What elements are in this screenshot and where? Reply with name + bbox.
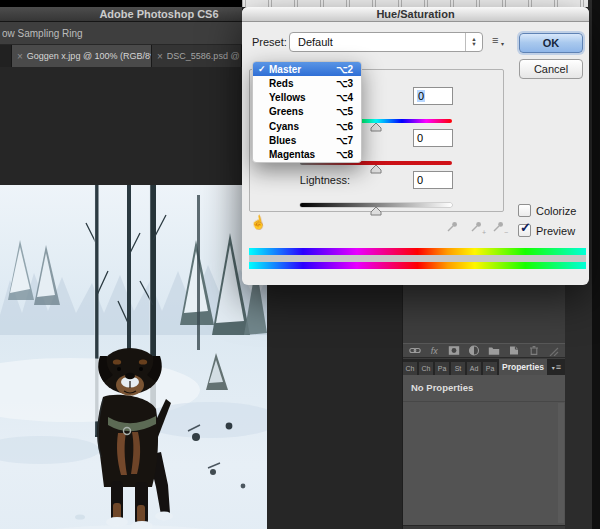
- menu-item-greens[interactable]: Greens ⌥5: [253, 105, 361, 119]
- link-layers-icon[interactable]: [408, 345, 421, 357]
- panel-tab-styles[interactable]: St: [451, 362, 465, 375]
- cancel-button[interactable]: Cancel: [519, 59, 583, 79]
- document-tab-label: DSC_5586.psd @ 2: [167, 51, 242, 61]
- menu-item-blues[interactable]: Blues ⌥7: [253, 133, 361, 147]
- tab-bar-lead: [0, 45, 12, 67]
- menu-item-cyans[interactable]: Cyans ⌥6: [253, 119, 361, 133]
- properties-panel-body: No Properties: [403, 375, 565, 525]
- panel-tab-properties[interactable]: Properties: [499, 359, 547, 375]
- spectrum-bar-gap: [249, 255, 586, 262]
- close-icon[interactable]: ×: [17, 51, 23, 62]
- lightness-input[interactable]: 0: [413, 171, 453, 189]
- saturation-slider-thumb[interactable]: [370, 160, 382, 170]
- preset-label: Preset:: [252, 36, 287, 48]
- layers-panel-empty-area: [403, 285, 565, 343]
- menu-item-reds[interactable]: Reds ⌥3: [253, 76, 361, 90]
- panel-resize-grip-icon[interactable]: [547, 345, 560, 357]
- menu-item-magentas[interactable]: Magentas ⌥8: [253, 148, 361, 162]
- document-tab-bar: × Goggen x.jpg @ 100% (RGB/8*) × DSC_558…: [0, 45, 242, 67]
- colorize-checkbox[interactable]: [518, 204, 531, 217]
- eyedropper-minus-icon[interactable]: −: [492, 219, 508, 234]
- targeted-adjustment-hand-icon[interactable]: ☝: [249, 213, 268, 231]
- eyedropper-icon[interactable]: [446, 219, 462, 234]
- menu-item-yellows[interactable]: Yellows ⌥4: [253, 91, 361, 105]
- document-tab-dsc5586[interactable]: × DSC_5586.psd @ 2: [152, 45, 242, 67]
- winter-dog-photo: [0, 185, 267, 529]
- adjustment-layer-icon[interactable]: [468, 345, 481, 357]
- preview-label: Preview: [536, 225, 575, 237]
- menu-item-master[interactable]: ✓ Master ⌥2: [253, 62, 361, 76]
- saturation-input[interactable]: 0: [413, 129, 453, 147]
- spectrum-bar-result: [249, 262, 586, 269]
- lightness-label: Lightness:: [270, 174, 350, 186]
- layer-mask-icon[interactable]: [448, 345, 461, 357]
- spectrum-bar-source: [249, 248, 586, 255]
- document-canvas-photo[interactable]: [0, 185, 267, 529]
- right-panel-column: fx Ch Ch Pa St Ad: [402, 285, 565, 529]
- panel-bottom-bar: [403, 525, 565, 529]
- app-title-bar[interactable]: Adobe Photoshop CS6: [0, 7, 242, 22]
- lightness-slider-thumb[interactable]: [370, 202, 382, 212]
- preset-selected-value: Default: [298, 36, 333, 48]
- panel-tab-character[interactable]: Ch: [419, 362, 433, 375]
- new-group-folder-icon[interactable]: [487, 345, 500, 357]
- tool-options-bar: ow Sampling Ring: [0, 22, 242, 45]
- channel-dropdown-menu: ✓ Master ⌥2 Reds ⌥3 Yellows ⌥4 Greens ⌥5…: [252, 61, 362, 163]
- check-icon: ✓: [520, 220, 531, 235]
- panel-tab-paragraph[interactable]: Pa: [483, 362, 497, 375]
- photoshop-screen: Adobe Photoshop CS6 ow Sampling Ring × G…: [0, 0, 600, 529]
- panel-divider: [403, 401, 565, 402]
- preview-checkbox-row: ✓ Preview: [518, 224, 575, 237]
- ok-button[interactable]: OK: [519, 33, 583, 53]
- panel-scrollbar[interactable]: [558, 403, 564, 523]
- close-icon[interactable]: ×: [157, 51, 163, 62]
- colorize-checkbox-row: Colorize: [518, 204, 576, 217]
- dialog-title: Hue/Saturation: [376, 8, 454, 20]
- layer-style-fx-icon[interactable]: fx: [428, 345, 441, 357]
- app-title: Adobe Photoshop CS6: [99, 8, 218, 20]
- dialog-title-bar[interactable]: Hue/Saturation: [242, 7, 589, 22]
- preset-select[interactable]: Default ▲ ▼: [289, 32, 483, 52]
- panel-tab-strip: Ch Ch Pa St Ad Pa Properties ▾ ≡: [403, 359, 565, 375]
- hue-input[interactable]: 0: [413, 87, 453, 105]
- document-tab-goggen[interactable]: × Goggen x.jpg @ 100% (RGB/8*): [12, 45, 152, 67]
- delete-layer-trash-icon[interactable]: [527, 345, 540, 357]
- stepper-icon: ▲ ▼: [465, 33, 482, 51]
- panel-tab-adjustments[interactable]: Ad: [467, 362, 481, 375]
- lightness-slider[interactable]: [300, 203, 452, 207]
- panel-tab-channels[interactable]: Ch: [403, 362, 417, 375]
- layers-panel-footer: fx: [403, 343, 565, 358]
- window-top-edge: [0, 0, 242, 7]
- document-tab-label: Goggen x.jpg @ 100% (RGB/8*): [27, 51, 152, 61]
- preset-options-icon[interactable]: ≡ ▾: [492, 36, 510, 50]
- new-layer-icon[interactable]: [507, 345, 520, 357]
- properties-status-text: No Properties: [411, 382, 473, 393]
- hue-slider-thumb[interactable]: [370, 118, 382, 128]
- colorize-label: Colorize: [536, 205, 576, 217]
- ruler-strip: [242, 0, 588, 7]
- check-icon: ✓: [258, 64, 269, 74]
- eyedropper-plus-icon[interactable]: +: [470, 219, 486, 234]
- preview-checkbox[interactable]: ✓: [518, 224, 531, 237]
- options-bar-label: ow Sampling Ring: [2, 28, 83, 39]
- screen-right-edge: [592, 0, 600, 529]
- panel-menu-icon[interactable]: ▾ ≡: [552, 359, 561, 375]
- panel-tab-paths[interactable]: Pa: [435, 362, 449, 375]
